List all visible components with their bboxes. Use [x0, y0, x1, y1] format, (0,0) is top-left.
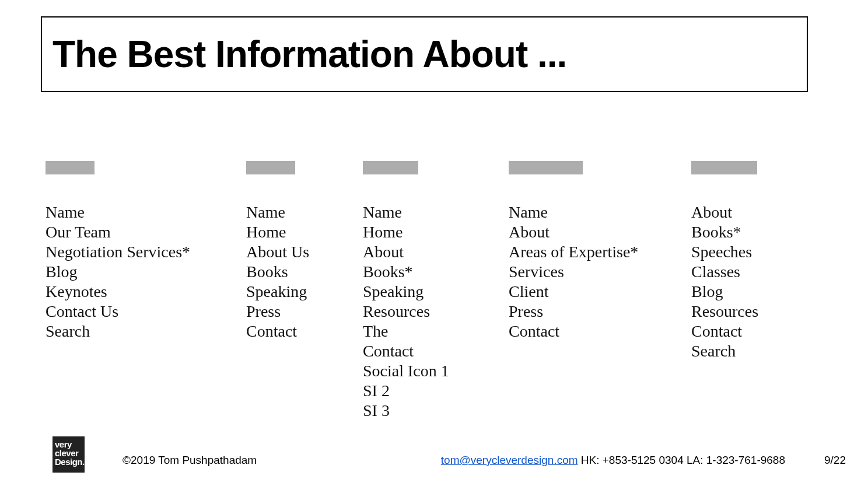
list-item: Press [246, 302, 363, 321]
list-item: SI 2 [363, 381, 509, 401]
list-item: Resources [363, 302, 509, 321]
list-item: Speaking [246, 282, 363, 302]
page-title: The Best Information About ... [52, 33, 566, 76]
list-item: Books* [363, 262, 509, 282]
logo-line: Design. [55, 457, 82, 466]
list-item: Contact [509, 321, 691, 341]
column-4: NameAboutAreas of Expertise*ServicesClie… [509, 161, 691, 341]
columns-container: NameOur TeamNegotiation Services*BlogKey… [46, 161, 827, 421]
slide: The Best Information About ... NameOur T… [0, 0, 868, 486]
list-item: Our Team [46, 222, 246, 242]
list-item: Contact [363, 341, 509, 361]
logo-line: clever [55, 449, 82, 457]
footer: very clever Design. ©2019 Tom Pushpathad… [0, 429, 868, 470]
column-items: NameOur TeamNegotiation Services*BlogKey… [46, 202, 246, 341]
list-item: Contact [691, 321, 808, 341]
list-item: About Us [246, 242, 363, 262]
copyright: ©2019 Tom Pushpathadam [123, 454, 257, 467]
list-item: Blog [691, 282, 808, 302]
list-item: About [509, 222, 691, 242]
column-5: AboutBooks*SpeechesClassesBlogResourcesC… [691, 161, 808, 361]
list-item: The [363, 321, 509, 341]
list-item: Search [691, 341, 808, 361]
list-item: Classes [691, 262, 808, 282]
logo: very clever Design. [52, 436, 85, 473]
column-items: NameAboutAreas of Expertise*ServicesClie… [509, 202, 691, 341]
list-item: SI 3 [363, 401, 509, 421]
list-item: Areas of Expertise* [509, 242, 691, 262]
list-item: Name [46, 202, 246, 222]
list-item: Name [246, 202, 363, 222]
column-items: NameHomeAbout UsBooksSpeakingPressContac… [246, 202, 363, 341]
contact-email-link[interactable]: tom@verycleverdesign.com [441, 454, 578, 466]
list-item: Contact [246, 321, 363, 341]
column-1: NameOur TeamNegotiation Services*BlogKey… [46, 161, 246, 341]
list-item: Resources [691, 302, 808, 321]
list-item: Keynotes [46, 282, 246, 302]
list-item: Client [509, 282, 691, 302]
list-item: Name [363, 202, 509, 222]
column-items: NameHomeAboutBooks*SpeakingResourcesTheC… [363, 202, 509, 421]
list-item: Name [509, 202, 691, 222]
column-items: AboutBooks*SpeechesClassesBlogResourcesC… [691, 202, 808, 361]
list-item: Home [246, 222, 363, 242]
list-item: Home [363, 222, 509, 242]
column-header-swatch [363, 161, 418, 174]
list-item: Books [246, 262, 363, 282]
logo-line: very [55, 440, 82, 449]
column-3: NameHomeAboutBooks*SpeakingResourcesTheC… [363, 161, 509, 421]
list-item: Negotiation Services* [46, 242, 246, 262]
list-item: Press [509, 302, 691, 321]
list-item: Social Icon 1 [363, 361, 509, 381]
column-header-swatch [691, 161, 757, 174]
list-item: About [363, 242, 509, 262]
list-item: Blog [46, 262, 246, 282]
list-item: Services [509, 262, 691, 282]
contact-phones: HK: +853-5125 0304 LA: 1-323-761-9688 [578, 454, 785, 466]
list-item: About [691, 202, 808, 222]
title-box: The Best Information About ... [41, 16, 808, 92]
column-2: NameHomeAbout UsBooksSpeakingPressContac… [246, 161, 363, 341]
list-item: Books* [691, 222, 808, 242]
list-item: Speeches [691, 242, 808, 262]
list-item: Contact Us [46, 302, 246, 321]
column-header-swatch [46, 161, 94, 174]
list-item: Speaking [363, 282, 509, 302]
column-header-swatch [246, 161, 295, 174]
contact-info: tom@verycleverdesign.com HK: +853-5125 0… [441, 454, 785, 467]
column-header-swatch [509, 161, 583, 174]
page-number: 9/22 [824, 454, 846, 467]
list-item: Search [46, 321, 246, 341]
